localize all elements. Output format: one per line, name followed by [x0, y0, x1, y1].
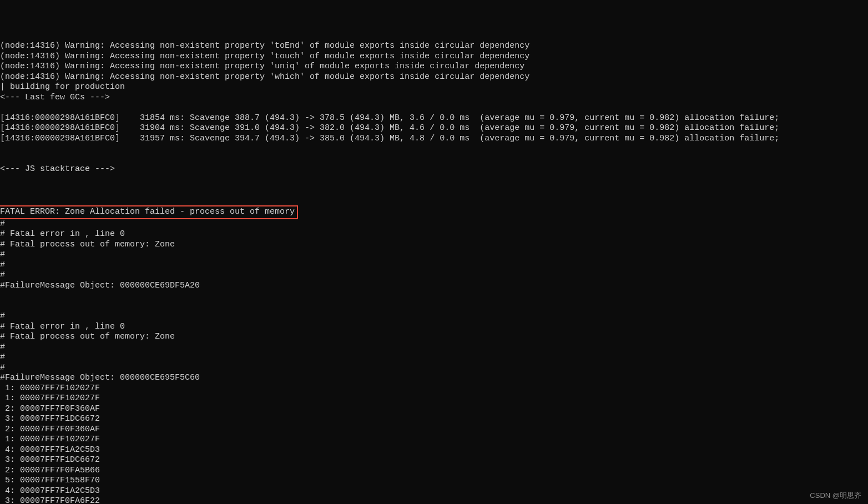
terminal-line — [0, 301, 868, 312]
terminal-line: # — [0, 260, 868, 271]
terminal-line — [0, 185, 868, 195]
terminal-line: #FailureMessage Object: 000000CE695F5C60 — [0, 373, 868, 384]
terminal-line: # Fatal process out of memory: Zone — [0, 332, 868, 342]
terminal-line: 3: 00007FF7F1DC6672 — [0, 455, 868, 466]
terminal-line: (node:14316) Warning: Accessing non-exis… — [0, 52, 868, 62]
terminal-line: 2: 00007FF7F0FA5B66 — [0, 466, 868, 476]
terminal-line — [0, 154, 868, 165]
terminal-line — [0, 144, 868, 154]
terminal-line: (node:14316) Warning: Accessing non-exis… — [0, 62, 868, 72]
terminal-line: | building for production — [0, 82, 868, 93]
terminal-line: # Fatal process out of memory: Zone — [0, 240, 868, 250]
terminal-line: 1: 00007FF7F102027F — [0, 394, 868, 404]
terminal-line — [0, 291, 868, 301]
terminal-line: [14316:00000298A161BFC0] 31904 ms: Scave… — [0, 123, 868, 134]
terminal-line — [0, 103, 868, 113]
terminal-line: (node:14316) Warning: Accessing non-exis… — [0, 72, 868, 83]
terminal-line: 4: 00007FF7F1A2C5D3 — [0, 486, 868, 497]
terminal-output: (node:14316) Warning: Accessing non-exis… — [0, 41, 868, 504]
terminal-line — [0, 195, 868, 206]
terminal-line: <--- JS stacktrace ---> — [0, 164, 868, 175]
terminal-line: 2: 00007FF7F0F360AF — [0, 425, 868, 435]
terminal-line: #FailureMessage Object: 000000CE69DF5A20 — [0, 281, 868, 291]
watermark: CSDN @明思齐 — [810, 491, 861, 501]
terminal-line: (node:14316) Warning: Accessing non-exis… — [0, 41, 868, 52]
terminal-line: # — [0, 363, 868, 374]
terminal-line: FATAL ERROR: Zone Allocation failed - pr… — [0, 205, 868, 219]
terminal-line: # — [0, 219, 868, 230]
terminal-line: # — [0, 352, 868, 363]
terminal-line: <--- Last few GCs ---> — [0, 93, 868, 103]
terminal-line: # — [0, 270, 868, 281]
terminal-line: 5: 00007FF7F1558F70 — [0, 476, 868, 486]
terminal-line: 2: 00007FF7F0F360AF — [0, 404, 868, 415]
terminal-line: # Fatal error in , line 0 — [0, 322, 868, 332]
terminal-line: 4: 00007FF7F1A2C5D3 — [0, 445, 868, 456]
terminal-line: # — [0, 311, 868, 322]
terminal-line: # — [0, 250, 868, 260]
terminal-line: # Fatal error in , line 0 — [0, 229, 868, 240]
terminal-line: 3: 00007FF7F1DC6672 — [0, 414, 868, 425]
terminal-line — [0, 175, 868, 185]
terminal-line: 1: 00007FF7F102027F — [0, 435, 868, 445]
terminal-line: [14316:00000298A161BFC0] 31957 ms: Scave… — [0, 134, 868, 144]
error-highlight: FATAL ERROR: Zone Allocation failed - pr… — [0, 205, 298, 219]
terminal-line: 1: 00007FF7F102027F — [0, 384, 868, 394]
terminal-line: 3: 00007FF7F0FA6F22 — [0, 496, 868, 504]
terminal-line: [14316:00000298A161BFC0] 31854 ms: Scave… — [0, 113, 868, 124]
terminal-line: # — [0, 342, 868, 353]
